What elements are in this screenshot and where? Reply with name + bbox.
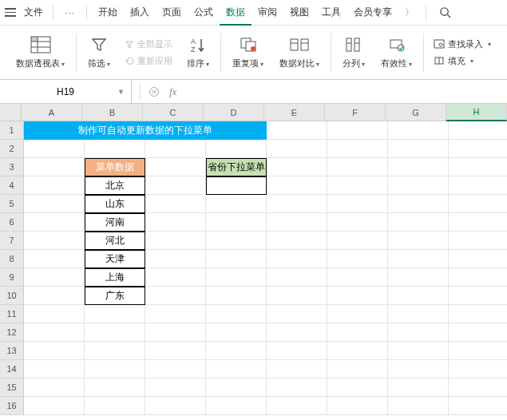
cell-C12[interactable] bbox=[145, 323, 206, 342]
cancel-icon[interactable] bbox=[149, 86, 160, 97]
cell-H16[interactable] bbox=[449, 397, 507, 415]
cell-H2[interactable] bbox=[449, 140, 507, 158]
row-header-4[interactable]: 4 bbox=[0, 176, 24, 195]
cell-F3[interactable] bbox=[327, 158, 388, 176]
more-menu[interactable]: ··· bbox=[58, 7, 81, 18]
cell-A4[interactable] bbox=[24, 176, 85, 195]
cell-H13[interactable] bbox=[449, 342, 507, 360]
cell-G6[interactable] bbox=[388, 213, 449, 232]
cell-C2[interactable] bbox=[145, 140, 206, 158]
cell-B12[interactable] bbox=[85, 323, 145, 342]
cell-E13[interactable] bbox=[267, 342, 327, 360]
cell-H12[interactable] bbox=[449, 323, 507, 342]
cell-C5[interactable] bbox=[145, 195, 206, 213]
cell-H9[interactable] bbox=[449, 268, 507, 287]
cell-F12[interactable] bbox=[327, 323, 388, 342]
cell-E6[interactable] bbox=[267, 213, 327, 232]
col-header-C[interactable]: C bbox=[143, 104, 204, 121]
cell-G12[interactable] bbox=[388, 323, 449, 342]
name-box-input[interactable] bbox=[26, 86, 105, 97]
row-header-12[interactable]: 12 bbox=[0, 323, 24, 342]
cell-F5[interactable] bbox=[327, 195, 388, 213]
validity-button[interactable]: 有效性▾ bbox=[373, 30, 420, 74]
cell-G10[interactable] bbox=[388, 287, 449, 305]
cell-B2[interactable] bbox=[85, 140, 145, 158]
cell-E14[interactable] bbox=[267, 360, 327, 378]
row-header-2[interactable]: 2 bbox=[0, 140, 24, 158]
cell-G11[interactable] bbox=[388, 305, 449, 323]
cell-E15[interactable] bbox=[267, 378, 327, 397]
tab-开始[interactable]: 开始 bbox=[92, 0, 124, 25]
row-header-11[interactable]: 11 bbox=[0, 305, 24, 323]
cell-C15[interactable] bbox=[145, 378, 206, 397]
cell-G16[interactable] bbox=[388, 397, 449, 415]
row-header-13[interactable]: 13 bbox=[0, 342, 24, 360]
cell-G13[interactable] bbox=[388, 342, 449, 360]
menu-item-cell[interactable]: 天津 bbox=[85, 250, 145, 268]
title-cell[interactable]: 制作可自动更新数据的下拉菜单 bbox=[24, 121, 267, 140]
col-header-A[interactable]: A bbox=[22, 104, 82, 121]
cell-F7[interactable] bbox=[327, 232, 388, 250]
file-menu[interactable]: 文件 bbox=[19, 6, 48, 19]
fill-button[interactable]: 填充▾ bbox=[434, 55, 473, 67]
cell-C9[interactable] bbox=[145, 268, 206, 287]
cell-C3[interactable] bbox=[145, 158, 206, 176]
cell-E12[interactable] bbox=[267, 323, 327, 342]
cell-A2[interactable] bbox=[24, 140, 85, 158]
menu-item-cell[interactable]: 北京 bbox=[85, 176, 145, 195]
cell-D8[interactable] bbox=[206, 250, 267, 268]
col-header-G[interactable]: G bbox=[386, 104, 446, 121]
cell-F1[interactable] bbox=[327, 121, 388, 140]
row-header-7[interactable]: 7 bbox=[0, 232, 24, 250]
cell-C7[interactable] bbox=[145, 232, 206, 250]
cell-A16[interactable] bbox=[24, 397, 85, 415]
cell-G14[interactable] bbox=[388, 360, 449, 378]
row-header-14[interactable]: 14 bbox=[0, 360, 24, 378]
tab-工具[interactable]: 工具 bbox=[315, 0, 347, 25]
cell-E16[interactable] bbox=[267, 397, 327, 415]
cell-D14[interactable] bbox=[206, 360, 267, 378]
row-header-8[interactable]: 8 bbox=[0, 250, 24, 268]
cell-F14[interactable] bbox=[327, 360, 388, 378]
menu-item-cell[interactable]: 上海 bbox=[85, 268, 145, 287]
tab-数据[interactable]: 数据 bbox=[220, 1, 252, 26]
row-header-6[interactable]: 6 bbox=[0, 213, 24, 232]
search-icon[interactable] bbox=[431, 6, 459, 18]
cell-A12[interactable] bbox=[24, 323, 85, 342]
cell-G3[interactable] bbox=[388, 158, 449, 176]
cell-G15[interactable] bbox=[388, 378, 449, 397]
cell-F6[interactable] bbox=[327, 213, 388, 232]
cell-H15[interactable] bbox=[449, 378, 507, 397]
row-header-16[interactable]: 16 bbox=[0, 397, 24, 415]
cell-F4[interactable] bbox=[327, 176, 388, 195]
cell-H5[interactable] bbox=[449, 195, 507, 213]
cell-B16[interactable] bbox=[85, 397, 145, 415]
cell-H10[interactable] bbox=[449, 287, 507, 305]
fx-icon[interactable]: fx bbox=[169, 85, 176, 98]
cell-F9[interactable] bbox=[327, 268, 388, 287]
menu-icon[interactable] bbox=[5, 7, 16, 18]
cell-C11[interactable] bbox=[145, 305, 206, 323]
cell-H4[interactable] bbox=[449, 176, 507, 195]
row-header-1[interactable]: 1 bbox=[0, 121, 24, 140]
cell-C6[interactable] bbox=[145, 213, 206, 232]
cell-E8[interactable] bbox=[267, 250, 327, 268]
cell-F2[interactable] bbox=[327, 140, 388, 158]
cell-A13[interactable] bbox=[24, 342, 85, 360]
cell-E3[interactable] bbox=[267, 158, 327, 176]
cell-A3[interactable] bbox=[24, 158, 85, 176]
tab-审阅[interactable]: 审阅 bbox=[252, 0, 283, 25]
cell-A11[interactable] bbox=[24, 305, 85, 323]
cell-D11[interactable] bbox=[206, 305, 267, 323]
select-all-corner[interactable] bbox=[0, 104, 22, 121]
cell-F13[interactable] bbox=[327, 342, 388, 360]
cell-E7[interactable] bbox=[267, 232, 327, 250]
cell-G4[interactable] bbox=[388, 176, 449, 195]
cell-A9[interactable] bbox=[24, 268, 85, 287]
cell-E4[interactable] bbox=[267, 176, 327, 195]
tab-会员专享[interactable]: 会员专享 bbox=[347, 0, 398, 25]
cell-G9[interactable] bbox=[388, 268, 449, 287]
cell-C13[interactable] bbox=[145, 342, 206, 360]
menu-item-cell[interactable]: 河北 bbox=[85, 232, 145, 250]
cell-H1[interactable] bbox=[449, 121, 507, 140]
